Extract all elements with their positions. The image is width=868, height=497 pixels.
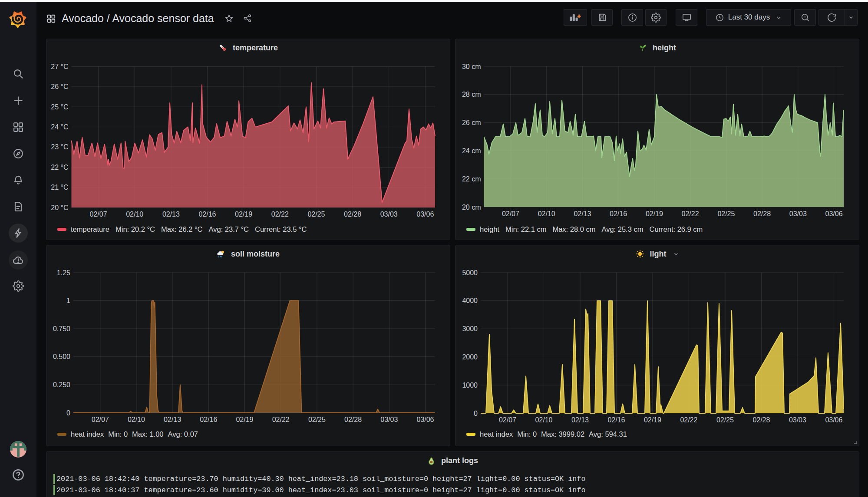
svg-text:02/16: 02/16 xyxy=(607,416,625,424)
svg-text:03/03: 03/03 xyxy=(380,211,398,218)
svg-text:27 °C: 27 °C xyxy=(51,63,68,70)
svg-text:22 cm: 22 cm xyxy=(462,175,481,183)
svg-text:26 cm: 26 cm xyxy=(462,119,481,126)
svg-text:02/16: 02/16 xyxy=(610,210,627,217)
svg-text:24 cm: 24 cm xyxy=(462,147,481,155)
svg-text:03/03: 03/03 xyxy=(380,416,398,423)
svg-text:0.750: 0.750 xyxy=(53,325,70,332)
svg-text:26 °C: 26 °C xyxy=(51,83,68,90)
svg-text:0.250: 0.250 xyxy=(53,381,70,388)
svg-text:02/25: 02/25 xyxy=(308,416,326,423)
svg-text:03/06: 03/06 xyxy=(825,210,843,217)
svg-text:24 °C: 24 °C xyxy=(51,123,68,131)
svg-text:25 °C: 25 °C xyxy=(51,103,68,111)
svg-text:02/10: 02/10 xyxy=(535,416,552,424)
svg-text:02/28: 02/28 xyxy=(344,211,361,218)
svg-text:4000: 4000 xyxy=(462,297,478,304)
svg-text:02/22: 02/22 xyxy=(271,211,289,218)
svg-text:02/19: 02/19 xyxy=(644,416,661,424)
svg-text:02/07: 02/07 xyxy=(92,416,109,423)
svg-text:03/06: 03/06 xyxy=(416,211,434,218)
svg-text:02/25: 02/25 xyxy=(716,416,734,424)
svg-text:03/03: 03/03 xyxy=(789,416,806,424)
svg-text:1: 1 xyxy=(66,297,70,304)
svg-text:5000: 5000 xyxy=(462,269,478,276)
svg-text:03/06: 03/06 xyxy=(416,416,434,423)
svg-text:02/28: 02/28 xyxy=(753,210,771,217)
svg-text:23 °C: 23 °C xyxy=(51,143,68,151)
svg-text:3000: 3000 xyxy=(462,325,478,332)
svg-text:02/22: 02/22 xyxy=(680,416,697,424)
svg-text:03/03: 03/03 xyxy=(789,210,807,217)
svg-text:02/13: 02/13 xyxy=(164,416,181,423)
svg-text:20 cm: 20 cm xyxy=(462,204,481,211)
svg-text:02/10: 02/10 xyxy=(128,416,145,423)
svg-text:28 cm: 28 cm xyxy=(462,91,481,98)
svg-text:02/13: 02/13 xyxy=(574,210,591,217)
svg-text:30 cm: 30 cm xyxy=(462,63,481,70)
svg-text:02/28: 02/28 xyxy=(344,416,362,423)
svg-text:0.500: 0.500 xyxy=(53,353,70,360)
svg-text:02/10: 02/10 xyxy=(538,210,555,217)
svg-text:0: 0 xyxy=(66,409,70,417)
svg-text:02/13: 02/13 xyxy=(162,211,180,218)
svg-text:0: 0 xyxy=(474,410,478,417)
svg-text:03/06: 03/06 xyxy=(825,416,842,424)
svg-text:02/10: 02/10 xyxy=(126,211,143,218)
svg-text:02/22: 02/22 xyxy=(682,210,699,217)
svg-text:02/07: 02/07 xyxy=(90,211,107,218)
svg-text:02/16: 02/16 xyxy=(198,211,216,218)
svg-text:02/25: 02/25 xyxy=(717,210,735,217)
svg-text:02/19: 02/19 xyxy=(235,211,252,218)
svg-text:02/22: 02/22 xyxy=(272,416,290,423)
svg-text:02/16: 02/16 xyxy=(200,416,217,423)
svg-text:02/19: 02/19 xyxy=(646,210,663,217)
svg-text:22 °C: 22 °C xyxy=(51,164,68,171)
svg-text:20 °C: 20 °C xyxy=(51,204,68,211)
svg-text:02/19: 02/19 xyxy=(236,416,253,423)
svg-text:02/13: 02/13 xyxy=(571,416,589,424)
svg-text:02/28: 02/28 xyxy=(752,416,770,424)
svg-text:2000: 2000 xyxy=(462,353,478,361)
svg-text:02/07: 02/07 xyxy=(502,210,519,217)
svg-text:21 °C: 21 °C xyxy=(51,184,68,191)
svg-text:1.25: 1.25 xyxy=(57,269,70,276)
svg-text:02/25: 02/25 xyxy=(307,211,325,218)
svg-text:1000: 1000 xyxy=(462,382,478,389)
svg-text:02/07: 02/07 xyxy=(499,416,516,424)
